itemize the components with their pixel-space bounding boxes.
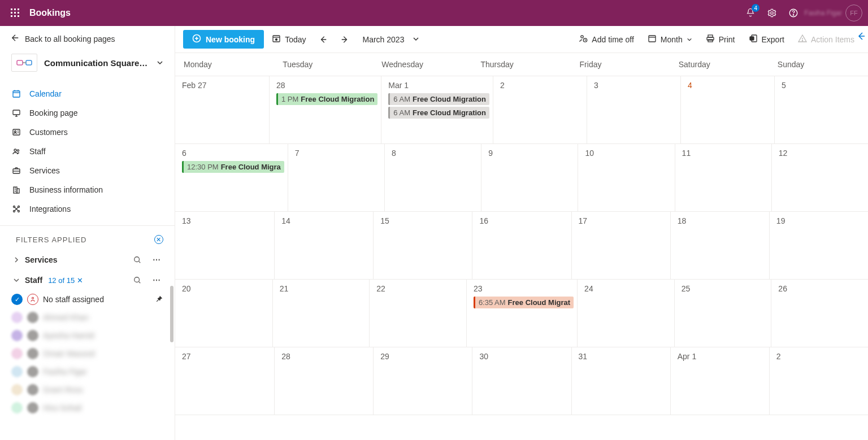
calendar-event[interactable]: 12:30 PMFree Cloud Migra bbox=[182, 161, 284, 173]
calendar-day-cell[interactable]: 21 bbox=[272, 280, 370, 347]
calendar-day-cell[interactable]: 2 bbox=[769, 347, 868, 415]
view-label: Month bbox=[661, 35, 683, 44]
staff-name: Hira Sohail bbox=[43, 403, 81, 412]
calendar-day-cell[interactable]: 19 bbox=[769, 212, 868, 279]
nav-customers[interactable]: Customers bbox=[0, 123, 175, 142]
nav-business-info[interactable]: Business information bbox=[0, 180, 175, 199]
collapse-panel-icon[interactable] bbox=[857, 32, 866, 43]
prev-button[interactable] bbox=[314, 32, 333, 47]
calendar-day-cell[interactable]: 28 bbox=[274, 347, 373, 415]
help-icon[interactable] bbox=[783, 2, 804, 24]
clear-filters-icon[interactable]: ✕ bbox=[154, 235, 163, 244]
calendar-day-cell[interactable]: 612:30 PMFree Cloud Migra bbox=[175, 144, 288, 211]
next-button[interactable] bbox=[335, 32, 354, 47]
calendar-day-cell[interactable]: 3 bbox=[587, 76, 680, 143]
calendar-day-cell[interactable]: 24 bbox=[577, 280, 674, 347]
settings-icon[interactable] bbox=[761, 2, 783, 24]
calendar-day-cell[interactable]: 31 bbox=[571, 347, 670, 415]
staff-row[interactable]: Grant Ross bbox=[0, 381, 175, 399]
nav-booking-page[interactable]: Booking page bbox=[0, 103, 175, 123]
calendar-event[interactable]: 6 AMFree Cloud Migration bbox=[388, 93, 489, 105]
calendar-day-cell[interactable]: 20 bbox=[175, 280, 272, 347]
day-number: 2 bbox=[776, 352, 865, 361]
month-picker[interactable]: March 2023 bbox=[357, 32, 425, 47]
staff-row[interactable]: Ahmed Khan bbox=[0, 308, 175, 326]
nav-integrations[interactable]: Integrations bbox=[0, 199, 175, 219]
search-icon[interactable] bbox=[131, 273, 144, 287]
action-items-button[interactable]: Action Items bbox=[792, 31, 860, 48]
today-button[interactable]: Today bbox=[266, 31, 311, 48]
calendar-day-cell[interactable]: 281 PMFree Cloud Migration bbox=[269, 76, 381, 143]
clear-staff-icon[interactable]: ✕ bbox=[77, 276, 83, 285]
calendar-day-cell[interactable]: Mar 16 AMFree Cloud Migration6 AMFree Cl… bbox=[381, 76, 493, 143]
staff-row-no-staff[interactable]: ✓ No staff assigned bbox=[0, 290, 175, 308]
export-button[interactable]: X Export bbox=[743, 31, 790, 48]
nav-services[interactable]: Services bbox=[0, 161, 175, 180]
calendar-day-cell[interactable]: 8 bbox=[384, 144, 481, 211]
calendar-day-cell[interactable]: 7 bbox=[288, 144, 384, 211]
calendar-event[interactable]: 6 AMFree Cloud Migration bbox=[388, 107, 489, 119]
calendar-day-cell[interactable]: 11 bbox=[675, 144, 771, 211]
chevron-down-icon bbox=[157, 58, 163, 68]
staff-row[interactable]: Ayesha Hamid bbox=[0, 326, 175, 345]
staff-row[interactable]: Fasiha Figar bbox=[0, 363, 175, 381]
back-link[interactable]: Back to all booking pages bbox=[0, 26, 175, 48]
nav-calendar[interactable]: Calendar bbox=[0, 84, 175, 103]
calendar-day-cell[interactable]: 22 bbox=[369, 280, 466, 347]
print-button[interactable]: Print bbox=[700, 31, 741, 48]
new-booking-button[interactable]: New booking bbox=[183, 30, 264, 49]
calendar-day-cell[interactable]: 30 bbox=[472, 347, 571, 415]
svg-rect-13 bbox=[26, 60, 32, 65]
app-launcher-icon[interactable] bbox=[6, 3, 25, 23]
day-number: Apr 1 bbox=[678, 352, 766, 361]
day-number: 17 bbox=[579, 216, 667, 225]
scrollbar-thumb[interactable] bbox=[170, 286, 173, 342]
staff-row[interactable]: Hira Sohail bbox=[0, 399, 175, 417]
avatar[interactable]: FF bbox=[845, 5, 862, 21]
more-icon[interactable]: ⋯ bbox=[150, 273, 163, 287]
calendar-day-cell[interactable]: 27 bbox=[175, 347, 274, 415]
calendar-day-cell[interactable]: 17 bbox=[571, 212, 670, 279]
calendar-day-cell[interactable]: 5 bbox=[774, 76, 868, 143]
calendar-day-cell[interactable]: 2 bbox=[493, 76, 587, 143]
filter-staff[interactable]: Staff 12 of 15 ✕ ⋯ bbox=[0, 270, 175, 290]
svg-point-11 bbox=[793, 15, 794, 15]
calendar-day-cell[interactable]: Feb 27 bbox=[175, 76, 269, 143]
calendar-day-cell[interactable]: 18 bbox=[670, 212, 769, 279]
calendar-day-cell[interactable]: 26 bbox=[771, 280, 868, 347]
pin-icon[interactable] bbox=[155, 295, 163, 304]
staff-avatar bbox=[11, 402, 23, 413]
staff-avatar bbox=[11, 348, 23, 359]
view-selector[interactable]: Month bbox=[642, 31, 698, 48]
calendar-day-cell[interactable]: 15 bbox=[373, 212, 472, 279]
calendar-day-cell[interactable]: 13 bbox=[175, 212, 274, 279]
calendar-day-cell[interactable]: 12 bbox=[771, 144, 868, 211]
action-items-label: Action Items bbox=[811, 35, 854, 44]
calendar-day-cell[interactable]: Apr 1 bbox=[670, 347, 769, 415]
chevron-down-icon bbox=[413, 35, 419, 44]
calendar-day-cell[interactable]: 236:35 AMFree Cloud Migrat bbox=[466, 280, 577, 347]
filter-services[interactable]: Services ⋯ bbox=[0, 250, 175, 270]
day-number: 3 bbox=[594, 81, 677, 90]
calendar-day-cell[interactable]: 14 bbox=[274, 212, 373, 279]
svg-rect-6 bbox=[11, 15, 12, 17]
calendar-day-cell[interactable]: 16 bbox=[472, 212, 571, 279]
filter-staff-label: Staff bbox=[25, 276, 42, 285]
calendar-event[interactable]: 6:35 AMFree Cloud Migrat bbox=[474, 297, 574, 308]
svg-rect-15 bbox=[13, 91, 20, 97]
calendar-day-cell[interactable]: 9 bbox=[481, 144, 578, 211]
org-selector[interactable]: Communication Square L... bbox=[0, 48, 175, 80]
notifications-icon[interactable]: 4 bbox=[740, 2, 761, 24]
calendar-day-cell[interactable]: 10 bbox=[578, 144, 674, 211]
calendar-day-cell[interactable]: 4 bbox=[680, 76, 774, 143]
svg-rect-54 bbox=[649, 36, 656, 42]
titlebar: Bookings 4 Fasiha Figar FF bbox=[0, 0, 868, 26]
staff-row[interactable]: Omair Masood bbox=[0, 345, 175, 363]
calendar-event[interactable]: 1 PMFree Cloud Migration bbox=[276, 93, 377, 105]
calendar-day-cell[interactable]: 25 bbox=[674, 280, 771, 347]
more-icon[interactable]: ⋯ bbox=[150, 253, 163, 267]
search-icon[interactable] bbox=[131, 253, 144, 267]
nav-staff[interactable]: Staff bbox=[0, 142, 175, 161]
calendar-day-cell[interactable]: 29 bbox=[373, 347, 472, 415]
add-time-off-button[interactable]: Add time off bbox=[573, 31, 639, 48]
